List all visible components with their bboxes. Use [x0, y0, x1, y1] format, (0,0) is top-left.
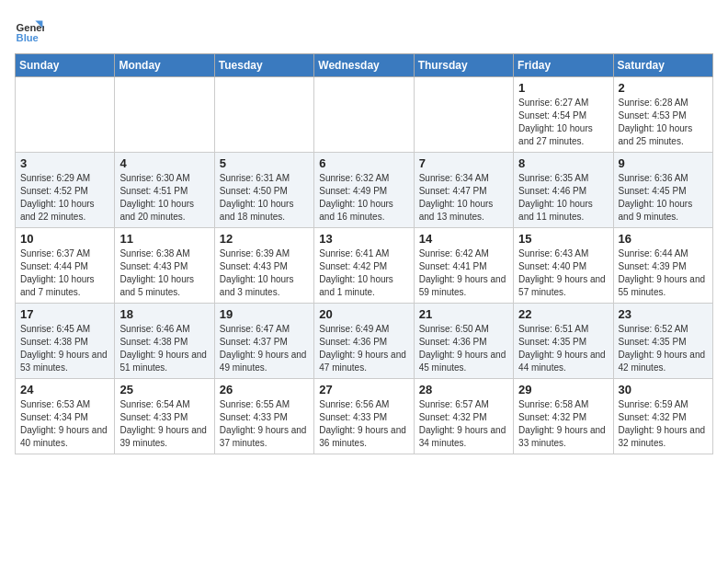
- day-number: 16: [619, 232, 708, 246]
- day-number: 14: [419, 232, 508, 246]
- calendar-cell: [414, 77, 513, 153]
- day-info: Sunrise: 6:56 AM Sunset: 4:33 PM Dayligh…: [319, 398, 408, 450]
- day-info: Sunrise: 6:42 AM Sunset: 4:41 PM Dayligh…: [419, 247, 508, 299]
- calendar-week-5: 24Sunrise: 6:53 AM Sunset: 4:34 PM Dayli…: [16, 379, 713, 454]
- day-info: Sunrise: 6:47 AM Sunset: 4:37 PM Dayligh…: [220, 323, 309, 374]
- day-info: Sunrise: 6:51 AM Sunset: 4:35 PM Dayligh…: [518, 323, 608, 374]
- calendar-cell: [314, 77, 414, 153]
- day-number: 9: [619, 156, 708, 170]
- day-number: 7: [419, 156, 508, 170]
- logo: General Blue: [15, 15, 44, 44]
- day-info: Sunrise: 6:44 AM Sunset: 4:39 PM Dayligh…: [619, 247, 708, 299]
- day-number: 27: [319, 383, 408, 396]
- calendar-cell: 1Sunrise: 6:27 AM Sunset: 4:54 PM Daylig…: [514, 77, 613, 153]
- day-info: Sunrise: 6:59 AM Sunset: 4:32 PM Dayligh…: [619, 398, 708, 450]
- calendar-cell: 28Sunrise: 6:57 AM Sunset: 4:32 PM Dayli…: [414, 379, 513, 454]
- calendar-cell: 5Sunrise: 6:31 AM Sunset: 4:50 PM Daylig…: [214, 153, 313, 228]
- day-info: Sunrise: 6:30 AM Sunset: 4:51 PM Dayligh…: [119, 172, 209, 224]
- day-number: 1: [518, 81, 608, 95]
- calendar-cell: 16Sunrise: 6:44 AM Sunset: 4:39 PM Dayli…: [613, 228, 712, 304]
- calendar-cell: 2Sunrise: 6:28 AM Sunset: 4:53 PM Daylig…: [613, 77, 712, 153]
- day-info: Sunrise: 6:52 AM Sunset: 4:35 PM Dayligh…: [619, 323, 708, 374]
- day-info: Sunrise: 6:54 AM Sunset: 4:33 PM Dayligh…: [119, 398, 209, 450]
- day-info: Sunrise: 6:57 AM Sunset: 4:32 PM Dayligh…: [419, 398, 508, 450]
- day-number: 6: [319, 156, 408, 170]
- day-number: 11: [119, 232, 209, 246]
- calendar-cell: 18Sunrise: 6:46 AM Sunset: 4:38 PM Dayli…: [115, 304, 214, 379]
- day-info: Sunrise: 6:38 AM Sunset: 4:43 PM Dayligh…: [119, 247, 209, 299]
- day-number: 18: [119, 307, 209, 321]
- day-header-wednesday: Wednesday: [314, 54, 414, 77]
- calendar-cell: [214, 77, 313, 153]
- day-info: Sunrise: 6:53 AM Sunset: 4:34 PM Dayligh…: [20, 398, 109, 450]
- day-header-saturday: Saturday: [613, 54, 712, 77]
- calendar-cell: 14Sunrise: 6:42 AM Sunset: 4:41 PM Dayli…: [414, 228, 513, 304]
- day-number: 5: [220, 156, 309, 170]
- day-number: 3: [20, 156, 109, 170]
- day-info: Sunrise: 6:37 AM Sunset: 4:44 PM Dayligh…: [20, 247, 109, 299]
- calendar-week-3: 10Sunrise: 6:37 AM Sunset: 4:44 PM Dayli…: [16, 228, 713, 304]
- day-number: 21: [419, 307, 508, 321]
- day-number: 24: [20, 383, 109, 396]
- calendar-cell: 11Sunrise: 6:38 AM Sunset: 4:43 PM Dayli…: [115, 228, 214, 304]
- calendar-cell: 7Sunrise: 6:34 AM Sunset: 4:47 PM Daylig…: [414, 153, 513, 228]
- calendar-week-2: 3Sunrise: 6:29 AM Sunset: 4:52 PM Daylig…: [16, 153, 713, 228]
- day-info: Sunrise: 6:31 AM Sunset: 4:50 PM Dayligh…: [220, 172, 309, 224]
- day-header-friday: Friday: [514, 54, 613, 77]
- day-number: 8: [518, 156, 608, 170]
- day-info: Sunrise: 6:55 AM Sunset: 4:33 PM Dayligh…: [220, 398, 309, 450]
- day-info: Sunrise: 6:32 AM Sunset: 4:49 PM Dayligh…: [319, 172, 408, 224]
- day-header-thursday: Thursday: [414, 54, 513, 77]
- calendar-cell: 27Sunrise: 6:56 AM Sunset: 4:33 PM Dayli…: [314, 379, 414, 454]
- day-number: 26: [220, 383, 309, 396]
- page-header: General Blue: [15, 15, 713, 44]
- calendar-cell: 24Sunrise: 6:53 AM Sunset: 4:34 PM Dayli…: [16, 379, 115, 454]
- calendar-cell: 23Sunrise: 6:52 AM Sunset: 4:35 PM Dayli…: [613, 304, 712, 379]
- day-number: 29: [518, 383, 608, 396]
- day-info: Sunrise: 6:39 AM Sunset: 4:43 PM Dayligh…: [220, 247, 309, 299]
- calendar-cell: 10Sunrise: 6:37 AM Sunset: 4:44 PM Dayli…: [16, 228, 115, 304]
- day-info: Sunrise: 6:58 AM Sunset: 4:32 PM Dayligh…: [518, 398, 608, 450]
- calendar-cell: 30Sunrise: 6:59 AM Sunset: 4:32 PM Dayli…: [613, 379, 712, 454]
- calendar-header-row: SundayMondayTuesdayWednesdayThursdayFrid…: [16, 54, 713, 77]
- calendar-cell: 29Sunrise: 6:58 AM Sunset: 4:32 PM Dayli…: [514, 379, 613, 454]
- day-info: Sunrise: 6:45 AM Sunset: 4:38 PM Dayligh…: [20, 323, 109, 374]
- calendar-cell: 9Sunrise: 6:36 AM Sunset: 4:45 PM Daylig…: [613, 153, 712, 228]
- day-number: 23: [619, 307, 708, 321]
- day-number: 13: [319, 232, 408, 246]
- calendar-week-4: 17Sunrise: 6:45 AM Sunset: 4:38 PM Dayli…: [16, 304, 713, 379]
- calendar-cell: 3Sunrise: 6:29 AM Sunset: 4:52 PM Daylig…: [16, 153, 115, 228]
- day-info: Sunrise: 6:41 AM Sunset: 4:42 PM Dayligh…: [319, 247, 408, 299]
- day-number: 30: [619, 383, 708, 396]
- day-number: 25: [119, 383, 209, 396]
- calendar-cell: 15Sunrise: 6:43 AM Sunset: 4:40 PM Dayli…: [514, 228, 613, 304]
- day-number: 22: [518, 307, 608, 321]
- day-number: 4: [119, 156, 209, 170]
- day-info: Sunrise: 6:34 AM Sunset: 4:47 PM Dayligh…: [419, 172, 508, 224]
- calendar-cell: 19Sunrise: 6:47 AM Sunset: 4:37 PM Dayli…: [214, 304, 313, 379]
- day-number: 20: [319, 307, 408, 321]
- day-info: Sunrise: 6:36 AM Sunset: 4:45 PM Dayligh…: [619, 172, 708, 224]
- calendar-cell: 6Sunrise: 6:32 AM Sunset: 4:49 PM Daylig…: [314, 153, 414, 228]
- logo-icon: General Blue: [15, 15, 44, 44]
- day-number: 10: [20, 232, 109, 246]
- calendar-cell: 22Sunrise: 6:51 AM Sunset: 4:35 PM Dayli…: [514, 304, 613, 379]
- day-number: 28: [419, 383, 508, 396]
- calendar-cell: 13Sunrise: 6:41 AM Sunset: 4:42 PM Dayli…: [314, 228, 414, 304]
- calendar-table: SundayMondayTuesdayWednesdayThursdayFrid…: [15, 53, 713, 454]
- day-number: 15: [518, 232, 608, 246]
- day-header-monday: Monday: [115, 54, 214, 77]
- day-number: 12: [220, 232, 309, 246]
- calendar-cell: 26Sunrise: 6:55 AM Sunset: 4:33 PM Dayli…: [214, 379, 313, 454]
- day-info: Sunrise: 6:27 AM Sunset: 4:54 PM Dayligh…: [518, 97, 608, 148]
- calendar-cell: 17Sunrise: 6:45 AM Sunset: 4:38 PM Dayli…: [16, 304, 115, 379]
- day-info: Sunrise: 6:50 AM Sunset: 4:36 PM Dayligh…: [419, 323, 508, 374]
- day-number: 17: [20, 307, 109, 321]
- calendar-cell: 4Sunrise: 6:30 AM Sunset: 4:51 PM Daylig…: [115, 153, 214, 228]
- day-info: Sunrise: 6:35 AM Sunset: 4:46 PM Dayligh…: [518, 172, 608, 224]
- svg-text:Blue: Blue: [17, 32, 39, 43]
- day-info: Sunrise: 6:43 AM Sunset: 4:40 PM Dayligh…: [518, 247, 608, 299]
- day-number: 2: [619, 81, 708, 95]
- calendar-cell: [115, 77, 214, 153]
- calendar-cell: [16, 77, 115, 153]
